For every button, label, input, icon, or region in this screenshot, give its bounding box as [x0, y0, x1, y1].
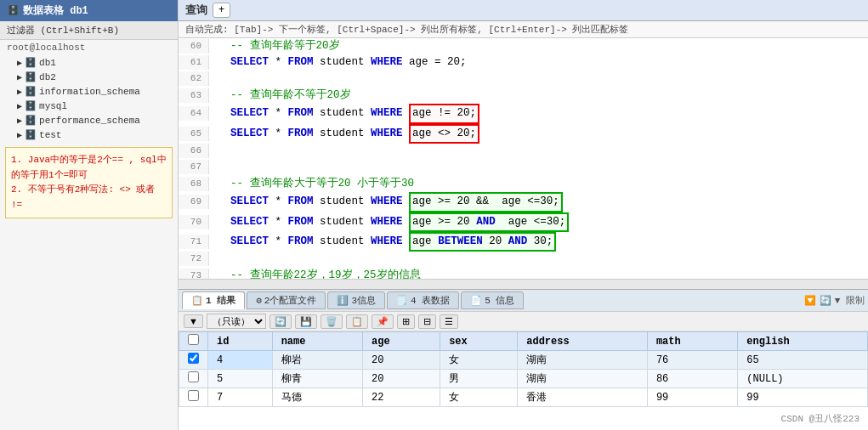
sidebar-title-text: 数据表格 db1 — [23, 3, 88, 18]
cell-address: 湖南 — [518, 370, 648, 388]
toolbar-btn-1[interactable]: ▼ — [184, 314, 203, 328]
toolbar-btn-delete[interactable]: 🗑️ — [321, 314, 343, 329]
cell-math: 99 — [647, 388, 737, 407]
row-checkbox[interactable] — [188, 390, 199, 401]
sidebar-filter-label: 过滤器 (Ctrl+Shift+B) — [7, 25, 119, 36]
code-line-62: 62 — [179, 71, 868, 88]
row-checkbox[interactable] — [188, 353, 199, 364]
db-name-label: performance_schema — [39, 116, 140, 126]
tab-results[interactable]: 📋 1 结果 — [182, 291, 245, 309]
row-checkbox-cell[interactable] — [179, 370, 208, 388]
sidebar-db-performance_schema[interactable]: ▶🗄️performance_schema — [0, 113, 178, 127]
add-query-tab-button[interactable]: + — [213, 3, 230, 18]
horizontal-scrollbar[interactable] — [179, 279, 868, 289]
tab-info5[interactable]: 📄 5 信息 — [461, 291, 524, 309]
cell-sex: 女 — [440, 388, 518, 407]
row-checkbox[interactable] — [188, 371, 199, 382]
db-name-label: information_schema — [39, 87, 140, 97]
toolbar-btn-save[interactable]: 💾 — [295, 314, 317, 329]
info3-tab-label: 3信息 — [351, 294, 376, 307]
config-tab-icon: ⚙️ — [256, 295, 262, 306]
cell-address: 湖南 — [518, 351, 648, 370]
tab-tabledata[interactable]: 🗒️ 4 表数据 — [387, 291, 459, 309]
sidebar-title: 🗄️ 数据表格 db1 — [0, 0, 178, 21]
tab-info3[interactable]: ℹ️ 3信息 — [327, 291, 385, 309]
code-line-63: 63 -- 查询年龄不等于20岁 — [179, 88, 868, 104]
toolbar-btn-grid2[interactable]: ⊟ — [418, 314, 436, 329]
db-arrow-icon: ▶ — [17, 101, 22, 111]
toolbar-btn-grid3[interactable]: ☰ — [440, 314, 458, 329]
cell-id: 5 — [208, 370, 273, 388]
cell-address: 香港 — [518, 388, 648, 407]
db-icon: 🗄️ — [25, 71, 37, 82]
code-editor[interactable]: 60 -- 查询年龄等于20岁 61 SELECT * FROM student… — [179, 38, 868, 279]
bottom-tabs: 📋 1 结果 ⚙️ 2个配置文件 ℹ️ 3信息 🗒️ 4 表数据 📄 5 信息 … — [179, 289, 868, 311]
toolbar-btn-copy[interactable]: 📋 — [346, 314, 368, 329]
cell-sex: 女 — [440, 351, 518, 370]
sidebar-db-db1[interactable]: ▶🗄️db1 — [0, 55, 178, 70]
code-line-72: 72 — [179, 252, 868, 268]
code-line-73: 73 -- 查询年龄22岁，19岁，25岁的信息 — [179, 268, 868, 279]
table-row: 5 柳青 20 男 湖南 86 (NULL) — [179, 370, 868, 388]
col-header-age: age — [363, 332, 440, 351]
table-row: 4 柳岩 20 女 湖南 76 65 — [179, 351, 868, 370]
toolbar-btn-refresh[interactable]: 🔄 — [269, 314, 292, 329]
sidebar-db-information_schema[interactable]: ▶🗄️information_schema — [0, 84, 178, 99]
row-checkbox-cell[interactable] — [179, 388, 208, 407]
code-line-71: 71 SELECT * FROM student WHERE age BETWE… — [179, 232, 868, 252]
cell-english: 99 — [738, 388, 868, 407]
db-arrow-icon: ▶ — [17, 116, 22, 126]
cell-age: 20 — [363, 370, 440, 388]
info5-tab-icon: 📄 — [470, 295, 482, 306]
db-icon: 🗄️ — [25, 100, 37, 111]
results-toolbar-right: 🔽 🔄 ▼ 限制 — [804, 294, 865, 307]
sidebar-db-mysql[interactable]: ▶🗄️mysql — [0, 99, 178, 113]
code-line-69: 69 SELECT * FROM student WHERE age >= 20… — [179, 192, 868, 212]
annotation-line-1: 1. Java中的等于是2个== , sql中的等于用1个=即可 — [11, 153, 167, 183]
cell-sex: 男 — [440, 370, 518, 388]
db-arrow-icon: ▶ — [17, 130, 22, 140]
tab-config[interactable]: ⚙️ 2个配置文件 — [247, 291, 326, 309]
db-icon: 🗄️ — [25, 57, 37, 68]
col-header-english: english — [738, 332, 868, 351]
db-arrow-icon: ▶ — [17, 87, 22, 97]
db-arrow-icon: ▶ — [17, 58, 22, 68]
cell-age: 20 — [363, 351, 440, 370]
toolbar-btn-grid1[interactable]: ⊞ — [397, 314, 415, 329]
db-name-label: mysql — [39, 101, 67, 111]
readonly-select[interactable]: （只读） — [207, 314, 266, 329]
main-area: 查询 + 自动完成: [Tab]-> 下一个标签, [Ctrl+Space]->… — [179, 0, 868, 430]
sidebar-db-test[interactable]: ▶🗄️test — [0, 127, 178, 142]
cell-english: 65 — [738, 351, 868, 370]
sidebar-db-db2[interactable]: ▶🗄️db2 — [0, 70, 178, 84]
sidebar-user: root@localhost — [0, 40, 178, 55]
watermark: CSDN @丑八怪223 — [781, 412, 859, 425]
results-table-wrap[interactable]: id name age sex address math english 4 柳… — [179, 331, 868, 430]
annotation-box: 1. Java中的等于是2个== , sql中的等于用1个=即可 2. 不等于号… — [5, 147, 173, 218]
db-icon: 🗄️ — [25, 86, 37, 97]
results-toolbar: ▼ （只读） 🔄 💾 🗑️ 📋 📌 ⊞ ⊟ ☰ — [179, 312, 868, 331]
db-name-label: db1 — [39, 58, 56, 68]
autocomplete-bar: 自动完成: [Tab]-> 下一个标签, [Ctrl+Space]-> 列出所有… — [179, 21, 868, 38]
db-name-label: test — [39, 130, 61, 140]
database-list: ▶🗄️db1▶🗄️db2▶🗄️information_schema▶🗄️mysq… — [0, 55, 178, 142]
col-header-id: id — [208, 332, 273, 351]
top-bar: 查询 + — [179, 0, 868, 21]
code-line-61: 61 SELECT * FROM student WHERE age = 20; — [179, 54, 868, 71]
col-header-math: math — [647, 332, 737, 351]
sidebar-filter[interactable]: 过滤器 (Ctrl+Shift+B) — [0, 21, 178, 40]
db-arrow-icon: ▶ — [17, 72, 22, 82]
code-line-70: 70 SELECT * FROM student WHERE age >= 20… — [179, 212, 868, 232]
row-checkbox-cell[interactable] — [179, 351, 208, 370]
cell-english: (NULL) — [738, 370, 868, 388]
toolbar-btn-paste[interactable]: 📌 — [372, 314, 394, 329]
db-name-label: db2 — [39, 72, 56, 82]
results-tab-icon: 📋 — [191, 295, 203, 306]
cell-id: 4 — [208, 351, 273, 370]
select-all-checkbox[interactable] — [188, 334, 199, 345]
col-header-checkbox[interactable] — [179, 332, 208, 351]
code-line-67: 67 — [179, 160, 868, 176]
cell-name: 马德 — [272, 388, 362, 407]
cell-math: 76 — [647, 351, 737, 370]
limit-label[interactable]: ▼ 限制 — [835, 294, 865, 307]
